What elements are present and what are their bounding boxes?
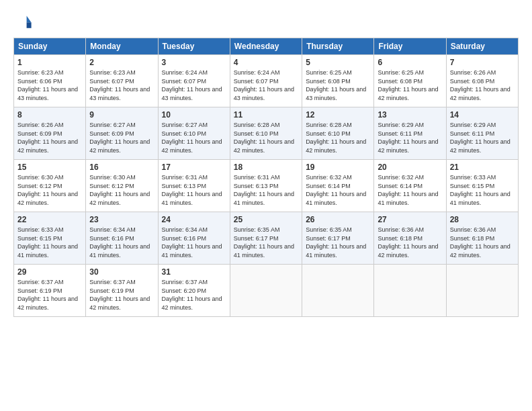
svg-marker-1 bbox=[27, 22, 32, 28]
day-info: Sunrise: 6:31 AMSunset: 6:13 PMDaylight:… bbox=[162, 174, 222, 206]
page: SundayMondayTuesdayWednesdayThursdayFrid… bbox=[0, 0, 532, 411]
calendar-cell: 10 Sunrise: 6:27 AMSunset: 6:10 PMDaylig… bbox=[158, 107, 230, 160]
day-number: 24 bbox=[162, 215, 226, 224]
day-info: Sunrise: 6:35 AMSunset: 6:17 PMDaylight:… bbox=[306, 226, 366, 259]
day-info: Sunrise: 6:36 AMSunset: 6:18 PMDaylight:… bbox=[450, 226, 511, 259]
day-number: 16 bbox=[89, 163, 154, 172]
calendar-cell: 4 Sunrise: 6:24 AMSunset: 6:07 PMDayligh… bbox=[230, 55, 302, 107]
calendar-cell: 9 Sunrise: 6:27 AMSunset: 6:09 PMDayligh… bbox=[86, 107, 158, 160]
day-number: 27 bbox=[378, 215, 442, 224]
calendar-header-cell: Monday bbox=[86, 38, 158, 55]
calendar-header-cell: Sunday bbox=[14, 38, 86, 55]
day-number: 22 bbox=[17, 215, 82, 224]
day-info: Sunrise: 6:28 AMSunset: 6:10 PMDaylight:… bbox=[234, 122, 294, 154]
calendar-body: 1 Sunrise: 6:23 AMSunset: 6:06 PMDayligh… bbox=[14, 55, 519, 317]
day-info: Sunrise: 6:26 AMSunset: 6:08 PMDaylight:… bbox=[450, 69, 511, 101]
calendar-cell: 31 Sunrise: 6:37 AMSunset: 6:20 PMDaylig… bbox=[158, 265, 230, 317]
calendar-header-cell: Saturday bbox=[446, 38, 518, 55]
calendar-cell: 15 Sunrise: 6:30 AMSunset: 6:12 PMDaylig… bbox=[14, 160, 86, 212]
calendar-cell: 1 Sunrise: 6:23 AMSunset: 6:06 PMDayligh… bbox=[14, 55, 86, 107]
calendar-cell: 23 Sunrise: 6:34 AMSunset: 6:16 PMDaylig… bbox=[86, 212, 158, 265]
calendar-cell bbox=[230, 265, 302, 317]
day-number: 25 bbox=[234, 215, 298, 224]
day-number: 12 bbox=[306, 110, 370, 120]
day-info: Sunrise: 6:23 AMSunset: 6:06 PMDaylight:… bbox=[17, 69, 78, 101]
calendar-week-row: 15 Sunrise: 6:30 AMSunset: 6:12 PMDaylig… bbox=[14, 160, 519, 212]
calendar-week-row: 29 Sunrise: 6:37 AMSunset: 6:19 PMDaylig… bbox=[14, 265, 519, 317]
day-number: 9 bbox=[89, 110, 154, 120]
calendar-cell: 18 Sunrise: 6:31 AMSunset: 6:13 PMDaylig… bbox=[230, 160, 302, 212]
day-number: 15 bbox=[17, 163, 82, 172]
day-info: Sunrise: 6:32 AMSunset: 6:14 PMDaylight:… bbox=[306, 174, 366, 206]
calendar-cell: 17 Sunrise: 6:31 AMSunset: 6:13 PMDaylig… bbox=[158, 160, 230, 212]
day-info: Sunrise: 6:33 AMSunset: 6:15 PMDaylight:… bbox=[17, 226, 78, 259]
day-number: 26 bbox=[306, 215, 370, 224]
day-number: 21 bbox=[450, 163, 515, 172]
calendar-cell bbox=[302, 265, 374, 317]
header bbox=[13, 12, 519, 31]
day-info: Sunrise: 6:31 AMSunset: 6:13 PMDaylight:… bbox=[234, 174, 294, 206]
day-number: 8 bbox=[17, 110, 82, 120]
day-info: Sunrise: 6:29 AMSunset: 6:11 PMDaylight:… bbox=[450, 122, 511, 154]
day-number: 5 bbox=[306, 58, 370, 67]
day-number: 23 bbox=[89, 215, 154, 224]
calendar-cell: 7 Sunrise: 6:26 AMSunset: 6:08 PMDayligh… bbox=[446, 55, 518, 107]
day-number: 13 bbox=[378, 110, 442, 120]
calendar-cell: 16 Sunrise: 6:30 AMSunset: 6:12 PMDaylig… bbox=[86, 160, 158, 212]
calendar-cell: 6 Sunrise: 6:25 AMSunset: 6:08 PMDayligh… bbox=[374, 55, 446, 107]
day-info: Sunrise: 6:24 AMSunset: 6:07 PMDaylight:… bbox=[162, 69, 222, 101]
day-number: 20 bbox=[378, 163, 442, 172]
calendar-cell: 21 Sunrise: 6:33 AMSunset: 6:15 PMDaylig… bbox=[446, 160, 518, 212]
day-info: Sunrise: 6:37 AMSunset: 6:19 PMDaylight:… bbox=[17, 279, 78, 311]
logo bbox=[13, 12, 35, 31]
day-number: 6 bbox=[378, 58, 442, 67]
calendar-cell: 22 Sunrise: 6:33 AMSunset: 6:15 PMDaylig… bbox=[14, 212, 86, 265]
logo-icon bbox=[13, 12, 32, 31]
day-info: Sunrise: 6:34 AMSunset: 6:16 PMDaylight:… bbox=[89, 226, 150, 259]
calendar-cell: 2 Sunrise: 6:23 AMSunset: 6:07 PMDayligh… bbox=[86, 55, 158, 107]
calendar-cell: 3 Sunrise: 6:24 AMSunset: 6:07 PMDayligh… bbox=[158, 55, 230, 107]
day-info: Sunrise: 6:37 AMSunset: 6:19 PMDaylight:… bbox=[89, 279, 150, 311]
calendar-cell: 19 Sunrise: 6:32 AMSunset: 6:14 PMDaylig… bbox=[302, 160, 374, 212]
day-number: 30 bbox=[89, 267, 154, 277]
calendar-header-cell: Thursday bbox=[302, 38, 374, 55]
day-number: 14 bbox=[450, 110, 515, 120]
day-info: Sunrise: 6:27 AMSunset: 6:09 PMDaylight:… bbox=[89, 122, 150, 154]
day-info: Sunrise: 6:23 AMSunset: 6:07 PMDaylight:… bbox=[89, 69, 150, 101]
day-number: 1 bbox=[17, 58, 82, 67]
day-info: Sunrise: 6:24 AMSunset: 6:07 PMDaylight:… bbox=[234, 69, 294, 101]
day-info: Sunrise: 6:28 AMSunset: 6:10 PMDaylight:… bbox=[306, 122, 366, 154]
calendar-cell: 26 Sunrise: 6:35 AMSunset: 6:17 PMDaylig… bbox=[302, 212, 374, 265]
day-info: Sunrise: 6:25 AMSunset: 6:08 PMDaylight:… bbox=[306, 69, 366, 101]
calendar-week-row: 22 Sunrise: 6:33 AMSunset: 6:15 PMDaylig… bbox=[14, 212, 519, 265]
day-number: 19 bbox=[306, 163, 370, 172]
calendar-cell: 8 Sunrise: 6:26 AMSunset: 6:09 PMDayligh… bbox=[14, 107, 86, 160]
calendar-table: SundayMondayTuesdayWednesdayThursdayFrid… bbox=[13, 38, 519, 317]
day-info: Sunrise: 6:37 AMSunset: 6:20 PMDaylight:… bbox=[162, 279, 222, 311]
day-number: 3 bbox=[162, 58, 226, 67]
day-info: Sunrise: 6:26 AMSunset: 6:09 PMDaylight:… bbox=[17, 122, 78, 154]
calendar-cell: 27 Sunrise: 6:36 AMSunset: 6:18 PMDaylig… bbox=[374, 212, 446, 265]
day-number: 28 bbox=[450, 215, 515, 224]
day-info: Sunrise: 6:33 AMSunset: 6:15 PMDaylight:… bbox=[450, 174, 511, 206]
day-number: 17 bbox=[162, 163, 226, 172]
day-number: 11 bbox=[234, 110, 298, 120]
day-number: 10 bbox=[162, 110, 226, 120]
day-number: 4 bbox=[234, 58, 298, 67]
day-number: 7 bbox=[450, 58, 515, 67]
day-number: 2 bbox=[89, 58, 154, 67]
calendar-week-row: 8 Sunrise: 6:26 AMSunset: 6:09 PMDayligh… bbox=[14, 107, 519, 160]
day-number: 18 bbox=[234, 163, 298, 172]
calendar-cell: 14 Sunrise: 6:29 AMSunset: 6:11 PMDaylig… bbox=[446, 107, 518, 160]
calendar-cell bbox=[374, 265, 446, 317]
day-info: Sunrise: 6:30 AMSunset: 6:12 PMDaylight:… bbox=[17, 174, 78, 206]
calendar-cell: 11 Sunrise: 6:28 AMSunset: 6:10 PMDaylig… bbox=[230, 107, 302, 160]
day-info: Sunrise: 6:35 AMSunset: 6:17 PMDaylight:… bbox=[234, 226, 294, 259]
calendar-header-cell: Friday bbox=[374, 38, 446, 55]
calendar-cell: 13 Sunrise: 6:29 AMSunset: 6:11 PMDaylig… bbox=[374, 107, 446, 160]
day-info: Sunrise: 6:30 AMSunset: 6:12 PMDaylight:… bbox=[89, 174, 150, 206]
calendar-cell: 24 Sunrise: 6:34 AMSunset: 6:16 PMDaylig… bbox=[158, 212, 230, 265]
day-info: Sunrise: 6:25 AMSunset: 6:08 PMDaylight:… bbox=[378, 69, 438, 101]
day-number: 29 bbox=[17, 267, 82, 277]
calendar-header-row: SundayMondayTuesdayWednesdayThursdayFrid… bbox=[14, 38, 519, 55]
